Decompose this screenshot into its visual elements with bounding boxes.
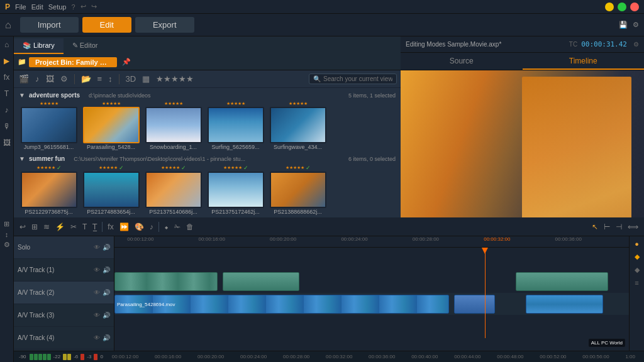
photo-tool[interactable]: 🖼 <box>45 73 55 85</box>
section-collapse-icon2[interactable]: ▼ <box>19 155 25 162</box>
thumb-img-wrap[interactable] <box>270 107 326 143</box>
thumb-img-wrap[interactable] <box>21 172 77 208</box>
track-eye-icon[interactable]: 👁 <box>94 289 100 296</box>
clip-teal-2[interactable] <box>223 272 300 291</box>
menu-file[interactable]: File <box>15 3 26 11</box>
media-item-ps2[interactable]: ★★★★★✓ PS21274883654j... <box>81 165 141 215</box>
audio-tool[interactable]: ♪ <box>34 73 41 85</box>
track-audio-icon[interactable]: 🔊 <box>103 266 110 273</box>
thumb-img-wrap[interactable] <box>208 172 264 208</box>
tl-marker-icon[interactable]: ⬥ <box>162 221 170 233</box>
sidebar-icon-voiceover[interactable]: 🎙 <box>1 121 13 132</box>
sidebar-icon-fx[interactable]: fx <box>1 72 13 83</box>
media-item-surfing[interactable]: ★★★★★ Surfing_5625659... <box>206 101 265 150</box>
clip-teal-3[interactable] <box>516 272 608 291</box>
tab-source[interactable]: Source <box>401 53 523 70</box>
maximize-button[interactable] <box>618 3 626 11</box>
clip-blue-2[interactable] <box>454 295 495 314</box>
search-input[interactable] <box>323 75 392 82</box>
tr-icon-2[interactable]: ◆ <box>633 251 641 262</box>
settings-icon[interactable]: ⚙ <box>633 21 639 29</box>
tab-timeline[interactable]: Timeline <box>523 53 645 70</box>
tl-speed-icon[interactable]: ⏩ <box>118 221 131 233</box>
clip-blue-3[interactable] <box>526 295 603 314</box>
sidebar-icon-media[interactable]: ▶ <box>1 55 13 67</box>
tl-color-icon[interactable]: 🎨 <box>133 221 146 233</box>
list-view-icon[interactable]: ≡ <box>96 73 104 85</box>
search-box[interactable]: 🔍 <box>309 74 397 84</box>
redo-icon[interactable]: ↪ <box>91 3 97 11</box>
media-item-ps1[interactable]: ★★★★★✓ PS21229736875j... <box>19 165 79 215</box>
media-item-ps4[interactable]: ★★★★★✓ PS21375172462j... <box>206 165 265 215</box>
undo-icon[interactable]: ↩ <box>80 3 86 11</box>
tl-slip-icon[interactable]: ⊣ <box>614 221 624 233</box>
tl-trim-icon[interactable]: ⊢ <box>602 221 612 233</box>
effects-tool[interactable]: ⚙ <box>59 73 69 85</box>
playhead[interactable] <box>485 248 486 338</box>
tl-audio-icon[interactable]: ♪ <box>148 221 155 233</box>
media-item-snowboarding[interactable]: ★★★★★ Snowboarding_1... <box>143 101 203 150</box>
tl-undo-icon[interactable]: ↩ <box>18 221 28 233</box>
close-button[interactable] <box>630 3 639 11</box>
thumb-img-wrap[interactable] <box>145 107 202 143</box>
track-eye-icon[interactable]: 👁 <box>94 312 100 319</box>
tl-sync-icon[interactable]: ⚡ <box>53 221 67 233</box>
sidebar-icon-music[interactable]: ♪ <box>1 104 13 116</box>
thumb-img-wrap-selected[interactable] <box>83 107 140 143</box>
menu-setup[interactable]: Setup <box>48 3 67 11</box>
tab-editor[interactable]: ✎ Editor <box>64 38 107 54</box>
settings-icon2[interactable]: ⚙ <box>633 41 639 48</box>
save-icon[interactable]: 💾 <box>619 21 628 29</box>
tl-title-icon[interactable]: T̲ <box>91 221 99 233</box>
sort-icon[interactable]: ↕ <box>107 73 114 85</box>
thumb-img-wrap[interactable] <box>83 172 140 208</box>
track-eye-icon[interactable]: 👁 <box>94 266 100 273</box>
section-collapse-icon[interactable]: ▼ <box>19 92 25 99</box>
tab-library[interactable]: 📚 Library <box>14 38 64 54</box>
sidebar-icon-titles[interactable]: T <box>1 88 13 99</box>
tl-slide-icon[interactable]: ⟺ <box>626 221 640 233</box>
tl-cut-icon[interactable]: ✁ <box>172 221 182 233</box>
thumb-img-wrap[interactable] <box>270 172 326 208</box>
folder-browser-icon[interactable]: 📂 <box>80 73 92 85</box>
tl-text-icon[interactable]: T <box>80 221 89 233</box>
track-eye-icon[interactable]: 👁 <box>94 244 100 251</box>
media-item-surfingwave[interactable]: ★★★★★ Surfingwave_434... <box>268 101 328 150</box>
tl-delete-icon[interactable]: 🗑 <box>184 221 196 233</box>
track-audio-icon[interactable]: 🔊 <box>103 334 110 341</box>
thumb-img-wrap[interactable] <box>145 172 202 208</box>
project-bin-name[interactable]: Project Bin: Family Fun... <box>29 57 117 67</box>
tl-cursor-icon[interactable]: ↖ <box>590 221 600 233</box>
3d-icon[interactable]: 3D <box>125 73 138 85</box>
sidebar-icon-home[interactable]: ⌂ <box>1 39 13 50</box>
media-item-ps3[interactable]: ★★★★★✓ PS21375140686j... <box>143 165 203 215</box>
menu-edit[interactable]: Edit <box>31 3 43 11</box>
tr-icon-1[interactable]: ● <box>633 239 640 249</box>
sidebar-icon-photo[interactable]: 🖼 <box>1 137 13 148</box>
track-audio-icon[interactable]: 🔊 <box>103 289 110 296</box>
tr-icon-3[interactable]: ◆ <box>633 265 641 275</box>
import-button[interactable]: Import <box>20 17 79 33</box>
star-filter[interactable]: ★★★★★ <box>155 73 195 85</box>
track-eye-icon[interactable]: 👁 <box>94 334 100 341</box>
pin-icon[interactable]: 📌 <box>122 58 131 66</box>
clip-parasailing[interactable]: Parasailing_5428694.mov <box>114 295 449 314</box>
export-button[interactable]: Export <box>135 17 194 33</box>
video-tool[interactable]: 🎬 <box>18 73 30 85</box>
thumb-img-wrap[interactable] <box>208 107 264 143</box>
timeline-icon-1[interactable]: ⊞ <box>4 220 9 228</box>
timeline-icon-2[interactable]: ↕ <box>5 231 9 238</box>
clip-teal-1[interactable] <box>114 272 218 291</box>
minimize-button[interactable] <box>605 3 614 11</box>
help-icon[interactable]: ? <box>71 3 75 11</box>
tl-ripple-icon[interactable]: ≋ <box>42 221 52 233</box>
track-audio-icon[interactable]: 🔊 <box>103 244 110 251</box>
media-item-ps5[interactable]: ★★★★★✓ PS21388688662j... <box>268 165 328 215</box>
media-item-parasailing[interactable]: ★★★★★ Parasailing_5428... <box>81 101 141 150</box>
track-audio-icon[interactable]: 🔊 <box>103 312 110 319</box>
thumb-img-wrap[interactable] <box>21 107 77 143</box>
timeline-icon-3[interactable]: ⚙ <box>4 241 10 249</box>
home-icon[interactable]: ⌂ <box>5 19 11 31</box>
tl-snap-icon[interactable]: ⊞ <box>30 221 40 233</box>
tr-icon-4[interactable]: ≡ <box>633 278 640 288</box>
